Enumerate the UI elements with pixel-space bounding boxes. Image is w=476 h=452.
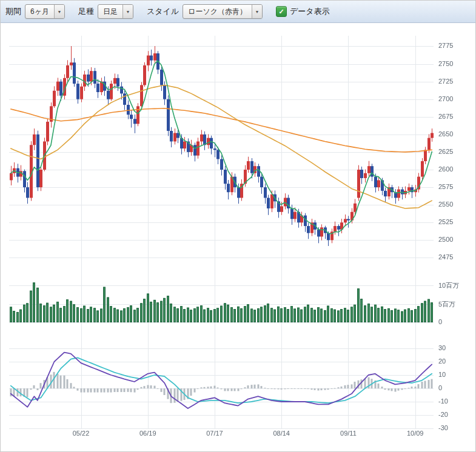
bar-type-label: 足種 bbox=[78, 6, 94, 17]
bar-type-select[interactable]: 日足 ▼ bbox=[98, 4, 133, 19]
check-icon: ✓ bbox=[278, 8, 284, 16]
bar-type-select-value: 日足 bbox=[98, 5, 122, 18]
chevron-down-icon: ▼ bbox=[122, 5, 133, 18]
period-select-value: 6ヶ月 bbox=[25, 5, 54, 18]
data-display-checkbox[interactable]: ✓ bbox=[276, 6, 287, 17]
stock-chart-app: 期間 6ヶ月 ▼ 足種 日足 ▼ スタイル ローソク（赤青） ▼ ✓ データ表示… bbox=[0, 0, 476, 452]
style-select-value: ローソク（赤青） bbox=[183, 5, 252, 18]
period-select[interactable]: 6ヶ月 ▼ bbox=[25, 4, 65, 19]
data-display-label: データ表示 bbox=[290, 6, 330, 17]
chevron-down-icon: ▼ bbox=[54, 5, 64, 18]
volume-panel[interactable] bbox=[9, 273, 434, 325]
style-select[interactable]: ローソク（赤青） ▼ bbox=[183, 4, 263, 19]
macd-panel[interactable] bbox=[9, 345, 434, 431]
price-panel[interactable] bbox=[9, 31, 434, 270]
chevron-down-icon: ▼ bbox=[252, 5, 262, 18]
style-label: スタイル bbox=[147, 6, 179, 17]
chart-toolbar: 期間 6ヶ月 ▼ 足種 日足 ▼ スタイル ローソク（赤青） ▼ ✓ データ表示 bbox=[1, 1, 475, 23]
period-label: 期間 bbox=[5, 6, 21, 17]
